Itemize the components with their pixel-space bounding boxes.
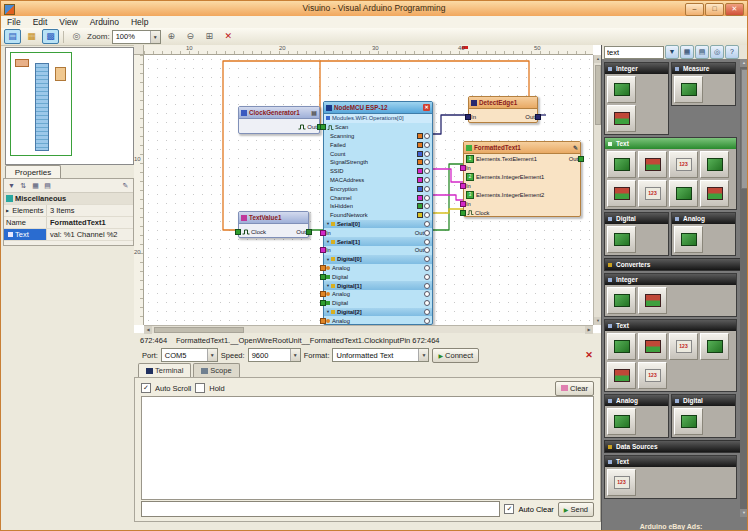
block-nodemcu[interactable]: NodeMCU ESP-12✕ Modules.WiFi.Operations[… [323, 101, 433, 325]
zoom-select[interactable]: 100%▼ [112, 30, 161, 44]
wire[interactable] [433, 169, 463, 182]
menu-help[interactable]: Help [125, 17, 154, 27]
formattedtext-input-row[interactable]: In [464, 181, 580, 190]
nodemcu-section-row[interactable]: ▼Digital[0] [324, 255, 432, 264]
grid-view-icon[interactable]: ▦ [680, 45, 694, 59]
edit-icon[interactable]: ✎ [120, 181, 131, 191]
block-clockgenerator[interactable]: ClockGenerator1▤ Out [238, 106, 320, 134]
output-pin[interactable] [417, 177, 423, 183]
clock-input-pin[interactable] [235, 229, 241, 235]
block-formattedtext[interactable]: FormattedText1✎ 1Elements.TextElement1Ou… [463, 141, 581, 217]
toolbox-category-header[interactable]: Measure [672, 63, 735, 74]
pan-icon[interactable]: ◎ [68, 29, 85, 44]
clock-input-pin[interactable] [320, 124, 326, 130]
design-overview[interactable] [5, 47, 134, 165]
nodemcu-output-row[interactable]: FoundNetwork [324, 211, 432, 220]
help-icon[interactable]: ? [725, 45, 739, 59]
toolbox-category-header[interactable]: Analog [672, 213, 735, 224]
component-tile[interactable] [700, 151, 729, 178]
connect-button[interactable]: ▶Connect [432, 348, 479, 363]
close-button[interactable]: ✕ [725, 3, 744, 16]
send-button[interactable]: ▶Send [558, 502, 594, 517]
list-view-icon[interactable]: ▤ [695, 45, 709, 59]
canvas-horizontal-scrollbar[interactable]: ◀ ▶ [144, 325, 593, 333]
input-pin[interactable] [320, 230, 326, 236]
input-pin[interactable] [320, 247, 326, 253]
filter-icon[interactable]: ▼ [6, 181, 17, 191]
formattedtext-input-row[interactable]: In [464, 163, 580, 172]
nodemcu-section-row[interactable]: ▼Serial[1] [324, 237, 432, 246]
output-pin[interactable] [306, 229, 312, 235]
connector-icon[interactable] [424, 318, 430, 324]
input-pin[interactable] [460, 201, 466, 207]
connector-icon[interactable] [424, 186, 430, 192]
connector-icon[interactable] [424, 142, 430, 148]
open-file-icon[interactable]: ▦ [23, 29, 40, 44]
output-pin[interactable] [417, 159, 423, 165]
component-tile[interactable] [607, 362, 636, 389]
input-pin[interactable] [465, 114, 471, 120]
chevron-down-icon[interactable]: ▼ [326, 239, 330, 244]
property-value[interactable]: FormattedText1 [46, 217, 133, 228]
clock-input-pin[interactable] [460, 210, 466, 216]
connector-icon[interactable] [424, 221, 430, 227]
nodemcu-section-row[interactable]: ▼Digital[2] [324, 308, 432, 317]
menu-arduino[interactable]: Arduino [84, 17, 125, 27]
nodemcu-analog-row[interactable]: Analog [324, 264, 432, 273]
nodemcu-serial-row[interactable]: InOut [324, 246, 432, 255]
output-pin[interactable] [417, 142, 423, 148]
digital-input-pin[interactable] [320, 274, 326, 280]
output-pin[interactable] [417, 186, 423, 192]
pin-panel-icon[interactable]: ◎ [710, 45, 724, 59]
connector-icon[interactable] [424, 212, 430, 218]
pencil-icon[interactable]: ✎ [573, 144, 578, 151]
nodemcu-output-row[interactable]: SSID [324, 167, 432, 176]
formattedtext-element-row[interactable]: 2Elements.IntegerElement1 [464, 172, 580, 181]
connector-icon[interactable] [424, 168, 430, 174]
wire[interactable] [223, 61, 320, 230]
canvas-vertical-scrollbar[interactable]: ▲ ▼ [593, 55, 601, 325]
scroll-thumb[interactable] [741, 69, 748, 189]
overview-viewport[interactable] [10, 52, 72, 156]
property-row[interactable]: Name FormattedText1 [4, 217, 133, 229]
scroll-down-icon[interactable]: ▼ [740, 509, 748, 517]
connector-icon[interactable] [424, 309, 430, 315]
tab-properties[interactable]: Properties [5, 165, 61, 179]
save-icon[interactable]: ▩ [42, 29, 59, 44]
analog-input-pin[interactable] [320, 265, 326, 271]
component-tile[interactable]: 123 [638, 180, 667, 207]
block-textvalue[interactable]: TextValue1 ClockOut [238, 211, 309, 238]
component-tile[interactable] [607, 333, 636, 360]
input-pin[interactable] [460, 183, 466, 189]
component-tile[interactable] [607, 76, 636, 103]
menu-view[interactable]: View [53, 17, 83, 27]
analog-input-pin[interactable] [320, 291, 326, 297]
component-tile[interactable]: 123 [669, 151, 698, 178]
minimize-button[interactable]: – [685, 3, 704, 16]
title-bar[interactable]: Visuino - Visual Arduino Programming – □… [1, 1, 747, 17]
toolbox-scrollbar[interactable]: ▲ ▼ [740, 59, 748, 517]
output-pin[interactable] [578, 156, 584, 162]
delete-icon[interactable]: ✕ [220, 29, 237, 44]
output-pin[interactable] [417, 151, 423, 157]
nodemcu-output-row[interactable]: SignalStrength [324, 158, 432, 167]
maximize-button[interactable]: □ [705, 3, 724, 16]
nodemcu-output-row[interactable]: Failed [324, 140, 432, 149]
formattedtext-element-row[interactable]: 1Elements.TextElement1Out [464, 154, 580, 163]
component-tile[interactable] [638, 151, 667, 178]
close-icon[interactable]: ✕ [423, 104, 430, 111]
component-tile[interactable] [674, 76, 703, 103]
design-canvas[interactable]: ClockGenerator1▤ Out TextValue1 ClockOut… [144, 55, 593, 325]
toolbox-category-header[interactable]: Text [605, 320, 736, 331]
property-category[interactable]: Miscellaneous [4, 193, 133, 205]
output-pin[interactable] [417, 212, 423, 218]
analog-input-pin[interactable] [320, 318, 326, 324]
connector-icon[interactable] [424, 203, 430, 209]
nodemcu-serial-row[interactable]: InOut [324, 228, 432, 237]
input-pin[interactable] [460, 165, 466, 171]
component-tile[interactable] [607, 408, 636, 435]
wire[interactable] [433, 115, 468, 134]
connector-icon[interactable] [424, 274, 430, 280]
toolbox-category-header[interactable]: Analog [605, 395, 668, 406]
wire[interactable] [433, 195, 463, 200]
